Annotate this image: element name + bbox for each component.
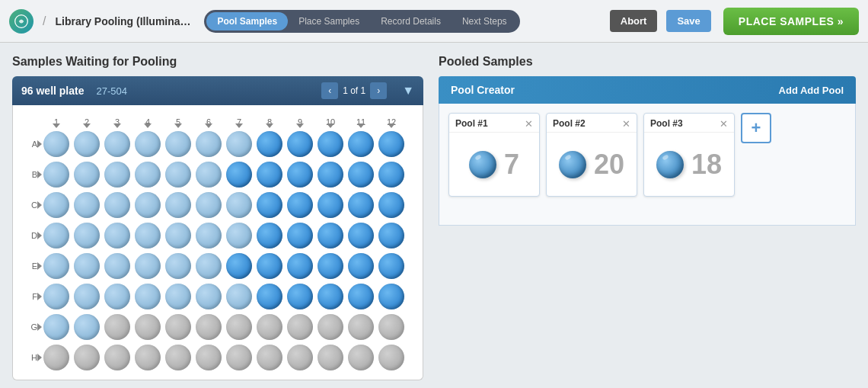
plate-prev-button[interactable]: ‹ [321, 82, 338, 99]
well-d10[interactable] [318, 223, 343, 249]
well-b1[interactable] [43, 162, 69, 188]
plate-expand-icon[interactable]: ▼ [402, 84, 414, 98]
well-d1[interactable] [43, 223, 69, 249]
well-e9[interactable] [287, 253, 313, 279]
well-e1[interactable] [43, 253, 69, 279]
well-b11[interactable] [348, 162, 374, 188]
well-c8[interactable] [257, 192, 282, 218]
well-c5[interactable] [165, 192, 191, 218]
well-g12[interactable] [378, 314, 404, 340]
well-b5[interactable] [165, 162, 191, 188]
tab-pool-samples[interactable]: Pool Samples [206, 12, 288, 30]
well-e7[interactable] [226, 253, 252, 279]
well-e3[interactable] [104, 253, 130, 279]
well-b4[interactable] [135, 162, 161, 188]
well-d9[interactable] [287, 223, 313, 249]
tab-record-details[interactable]: Record Details [370, 12, 452, 30]
well-b6[interactable] [196, 162, 222, 188]
well-c10[interactable] [318, 192, 343, 218]
pool-card-3-close[interactable]: ✕ [720, 119, 728, 129]
well-c7[interactable] [226, 192, 252, 218]
well-h1[interactable] [43, 345, 69, 370]
well-d6[interactable] [196, 223, 222, 249]
well-d8[interactable] [257, 223, 282, 249]
well-a3[interactable] [104, 131, 130, 157]
well-f6[interactable] [196, 284, 222, 309]
well-c6[interactable] [196, 192, 222, 218]
well-b2[interactable] [74, 162, 100, 188]
well-f8[interactable] [257, 284, 282, 309]
place-samples-button[interactable]: PLACE SAMPLES » [723, 8, 859, 35]
well-g10[interactable] [318, 314, 343, 340]
well-e6[interactable] [196, 253, 222, 279]
well-g4[interactable] [135, 314, 161, 340]
tab-place-samples[interactable]: Place Samples [288, 12, 370, 30]
well-b7[interactable] [226, 162, 252, 188]
well-d11[interactable] [348, 223, 374, 249]
well-h11[interactable] [348, 345, 374, 370]
well-c1[interactable] [43, 192, 69, 218]
well-b9[interactable] [287, 162, 313, 188]
well-f9[interactable] [287, 284, 313, 309]
well-d5[interactable] [165, 223, 191, 249]
well-e12[interactable] [378, 253, 404, 279]
well-a2[interactable] [74, 131, 100, 157]
well-a4[interactable] [135, 131, 161, 157]
well-a8[interactable] [257, 131, 282, 157]
well-b8[interactable] [257, 162, 282, 188]
well-a7[interactable] [226, 131, 252, 157]
well-c2[interactable] [74, 192, 100, 218]
well-g6[interactable] [196, 314, 222, 340]
well-a1[interactable] [43, 131, 69, 157]
well-f11[interactable] [348, 284, 374, 309]
well-b12[interactable] [378, 162, 404, 188]
plate-next-button[interactable]: › [370, 82, 387, 99]
well-b10[interactable] [318, 162, 343, 188]
well-g7[interactable] [226, 314, 252, 340]
pool-card-1-close[interactable]: ✕ [525, 119, 533, 129]
well-c3[interactable] [104, 192, 130, 218]
abort-button[interactable]: Abort [610, 10, 658, 32]
well-a5[interactable] [165, 131, 191, 157]
well-h7[interactable] [226, 345, 252, 370]
well-g2[interactable] [74, 314, 100, 340]
well-h10[interactable] [318, 345, 343, 370]
well-f12[interactable] [378, 284, 404, 309]
well-h5[interactable] [165, 345, 191, 370]
well-h8[interactable] [257, 345, 282, 370]
well-d2[interactable] [74, 223, 100, 249]
well-g8[interactable] [257, 314, 282, 340]
well-g3[interactable] [104, 314, 130, 340]
well-e10[interactable] [318, 253, 343, 279]
well-d4[interactable] [135, 223, 161, 249]
tab-next-steps[interactable]: Next Steps [452, 12, 518, 30]
well-h3[interactable] [104, 345, 130, 370]
pool-card-2-close[interactable]: ✕ [622, 119, 630, 129]
well-h12[interactable] [378, 345, 404, 370]
well-f10[interactable] [318, 284, 343, 309]
well-f1[interactable] [43, 284, 69, 309]
well-e4[interactable] [135, 253, 161, 279]
well-a6[interactable] [196, 131, 222, 157]
well-e8[interactable] [257, 253, 282, 279]
well-b3[interactable] [104, 162, 130, 188]
well-g11[interactable] [348, 314, 374, 340]
well-e11[interactable] [348, 253, 374, 279]
well-f3[interactable] [104, 284, 130, 309]
well-f5[interactable] [165, 284, 191, 309]
well-h2[interactable] [74, 345, 100, 370]
well-f2[interactable] [74, 284, 100, 309]
well-a9[interactable] [287, 131, 313, 157]
well-c12[interactable] [378, 192, 404, 218]
well-g5[interactable] [165, 314, 191, 340]
well-f7[interactable] [226, 284, 252, 309]
well-g1[interactable] [43, 314, 69, 340]
well-f4[interactable] [135, 284, 161, 309]
well-c11[interactable] [348, 192, 374, 218]
save-button[interactable]: Save [666, 10, 710, 32]
well-d7[interactable] [226, 223, 252, 249]
well-h4[interactable] [135, 345, 161, 370]
well-a10[interactable] [318, 131, 343, 157]
add-pool-link[interactable]: Add Add Pool [779, 85, 844, 96]
well-d3[interactable] [104, 223, 130, 249]
